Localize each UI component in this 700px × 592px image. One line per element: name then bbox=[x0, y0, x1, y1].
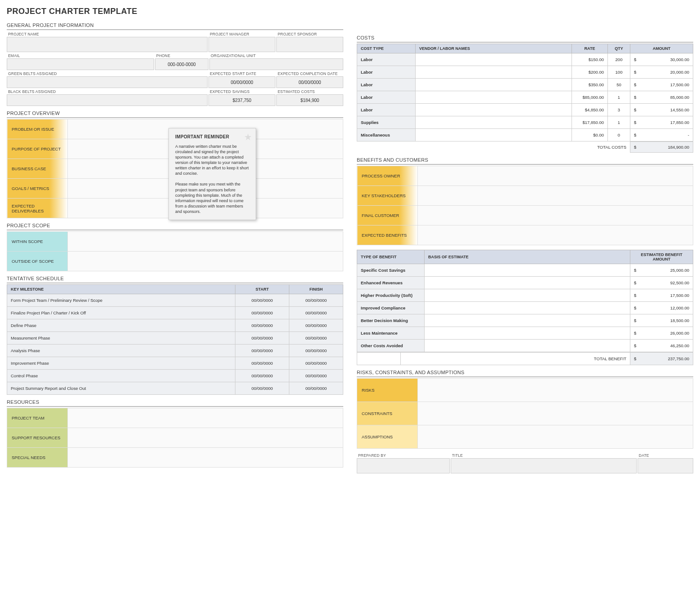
cost-qty[interactable]: 3 bbox=[608, 104, 630, 116]
sched-finish[interactable]: 00/00/0000 bbox=[289, 345, 343, 357]
benefit-basis[interactable] bbox=[425, 277, 630, 289]
cost-qty[interactable]: 0 bbox=[608, 129, 630, 141]
sched-finish[interactable]: 00/00/0000 bbox=[289, 307, 343, 319]
cost-qty[interactable]: 1 bbox=[608, 91, 630, 104]
risk-field[interactable] bbox=[418, 379, 693, 402]
cost-vendor[interactable] bbox=[416, 53, 572, 66]
cost-qty[interactable]: 1 bbox=[608, 116, 630, 129]
benefit-basis[interactable] bbox=[425, 302, 630, 314]
benefit-basis[interactable] bbox=[425, 327, 630, 340]
cost-amount: $17,500.00 bbox=[630, 79, 693, 91]
lbl-green: GREEN BELTS ASSIGNED bbox=[7, 71, 208, 76]
sched-start[interactable]: 00/00/0000 bbox=[235, 332, 289, 345]
cost-rate[interactable]: $150.00 bbox=[572, 53, 608, 66]
res-field[interactable] bbox=[68, 448, 343, 468]
cost-rate[interactable]: $17,850.00 bbox=[572, 116, 608, 129]
sched-start[interactable]: 00/00/0000 bbox=[235, 370, 289, 382]
field-email[interactable] bbox=[7, 58, 154, 70]
sched-start[interactable]: 00/00/0000 bbox=[235, 382, 289, 395]
sched-start[interactable]: 00/00/0000 bbox=[235, 294, 289, 307]
cost-qty[interactable]: 200 bbox=[608, 53, 630, 66]
cost-rate[interactable]: $350.00 bbox=[572, 79, 608, 91]
field-start[interactable]: 00/00/0000 bbox=[208, 76, 275, 88]
lbl-start: EXPECTED START DATE bbox=[208, 71, 275, 76]
sched-finish[interactable]: 00/00/0000 bbox=[289, 357, 343, 370]
ben-field[interactable] bbox=[418, 186, 693, 206]
sched-finish[interactable]: 00/00/0000 bbox=[289, 319, 343, 332]
cost-rate[interactable]: $85,000.00 bbox=[572, 91, 608, 104]
benefit-basis[interactable] bbox=[425, 314, 630, 327]
bene-header: BASIS OF ESTIMATE bbox=[425, 250, 630, 264]
field-date[interactable] bbox=[638, 458, 693, 473]
benefit-type: Enhanced Revenues bbox=[357, 277, 425, 289]
field-complete[interactable]: 00/00/0000 bbox=[276, 76, 343, 88]
lbl-date: DATE bbox=[638, 452, 693, 458]
page-title: PROJECT CHARTER TEMPLATE bbox=[7, 7, 693, 16]
cost-type: Labor bbox=[357, 104, 416, 116]
sched-milestone: Finalize Project Plan / Charter / Kick O… bbox=[7, 307, 235, 319]
lbl-savings: EXPECTED SAVINGS bbox=[208, 88, 275, 94]
sched-finish[interactable]: 00/00/0000 bbox=[289, 382, 343, 395]
risk-field[interactable] bbox=[418, 402, 693, 425]
benefit-type: Less Maintenance bbox=[357, 327, 425, 340]
sched-start[interactable]: 00/00/0000 bbox=[235, 345, 289, 357]
sched-finish[interactable]: 00/00/0000 bbox=[289, 294, 343, 307]
ben-field[interactable] bbox=[418, 225, 693, 245]
sched-start[interactable]: 00/00/0000 bbox=[235, 319, 289, 332]
note-title: IMPORTANT REMINDER bbox=[175, 134, 249, 140]
bene-header: TYPE OF BENEFIT bbox=[357, 250, 425, 264]
cost-vendor[interactable] bbox=[416, 129, 572, 141]
scope-field[interactable] bbox=[68, 232, 343, 252]
ben-row: EXPECTED BENEFITS bbox=[357, 225, 418, 245]
res-field[interactable] bbox=[68, 408, 343, 428]
ben-field[interactable] bbox=[418, 206, 693, 225]
total-benefit-label: TOTAL BENEFIT bbox=[401, 353, 630, 365]
cost-rate[interactable]: $0.00 bbox=[572, 129, 608, 141]
cost-type: Labor bbox=[357, 66, 416, 79]
cost-vendor[interactable] bbox=[416, 91, 572, 104]
cost-rate[interactable]: $200.00 bbox=[572, 66, 608, 79]
res-field[interactable] bbox=[68, 428, 343, 448]
scope-field[interactable] bbox=[68, 252, 343, 271]
sched-start[interactable]: 00/00/0000 bbox=[235, 307, 289, 319]
field-org[interactable] bbox=[209, 58, 343, 70]
field-pm[interactable] bbox=[208, 37, 275, 52]
benefit-basis[interactable] bbox=[425, 289, 630, 302]
total-costs-value: $184,900.00 bbox=[630, 142, 693, 153]
lbl-complete: EXPECTED COMPLETION DATE bbox=[276, 71, 343, 76]
benefit-basis[interactable] bbox=[425, 264, 630, 277]
section-overview: PROJECT OVERVIEW bbox=[7, 110, 343, 116]
cost-qty[interactable]: 100 bbox=[608, 66, 630, 79]
reminder-note: ★ IMPORTANT REMINDER A narrative written… bbox=[168, 128, 256, 220]
benefits-customers-table: PROCESS OWNER KEY STAKEHOLDERS FINAL CUS… bbox=[357, 166, 693, 245]
cost-type: Labor bbox=[357, 91, 416, 104]
risk-field[interactable] bbox=[418, 425, 693, 449]
sched-finish[interactable]: 00/00/0000 bbox=[289, 370, 343, 382]
cost-rate[interactable]: $4,850.00 bbox=[572, 104, 608, 116]
field-project-name[interactable] bbox=[7, 37, 208, 52]
risk-row: RISKS bbox=[357, 379, 418, 402]
field-title[interactable] bbox=[451, 458, 637, 473]
field-sponsor[interactable] bbox=[276, 37, 343, 52]
lbl-org: ORGANIZATIONAL UNIT bbox=[209, 53, 343, 58]
field-black[interactable] bbox=[7, 94, 208, 106]
benefit-basis[interactable] bbox=[425, 340, 630, 352]
costs-header: RATE bbox=[572, 44, 608, 53]
section-resources: RESOURCES bbox=[7, 399, 343, 405]
cost-vendor[interactable] bbox=[416, 79, 572, 91]
field-phone[interactable]: 000-000-0000 bbox=[155, 58, 208, 70]
benefit-amount: $25,000.00 bbox=[630, 264, 693, 277]
benefit-amount: $18,500.00 bbox=[630, 314, 693, 327]
ben-field[interactable] bbox=[418, 166, 693, 186]
field-green[interactable] bbox=[7, 76, 208, 88]
cost-vendor[interactable] bbox=[416, 66, 572, 79]
field-prepared[interactable] bbox=[357, 458, 450, 473]
sched-finish[interactable]: 00/00/0000 bbox=[289, 332, 343, 345]
overview-row: GOALS / METRICS bbox=[7, 179, 68, 199]
costs-header: VENDOR / LABOR NAMES bbox=[416, 44, 572, 53]
cost-vendor[interactable] bbox=[416, 116, 572, 129]
sched-start[interactable]: 00/00/0000 bbox=[235, 357, 289, 370]
cost-vendor[interactable] bbox=[416, 104, 572, 116]
cost-qty[interactable]: 50 bbox=[608, 79, 630, 91]
section-scope: PROJECT SCOPE bbox=[7, 223, 343, 228]
